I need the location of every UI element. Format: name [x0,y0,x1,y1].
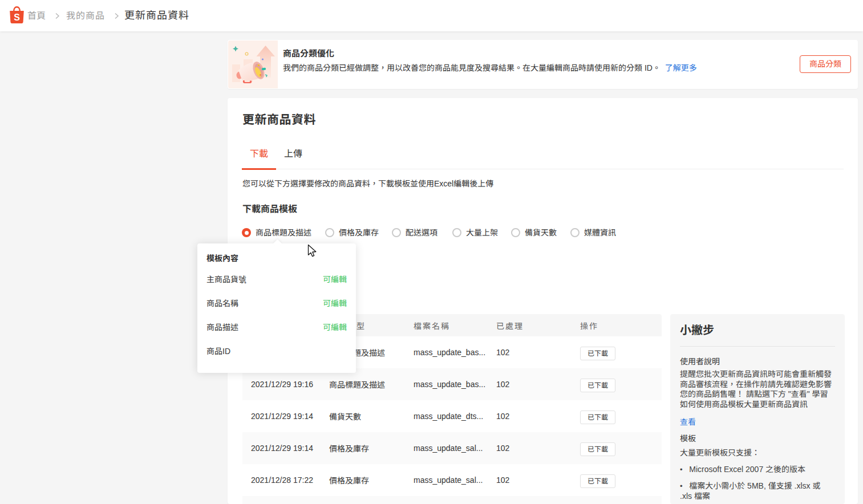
svg-text:S: S [14,13,20,22]
